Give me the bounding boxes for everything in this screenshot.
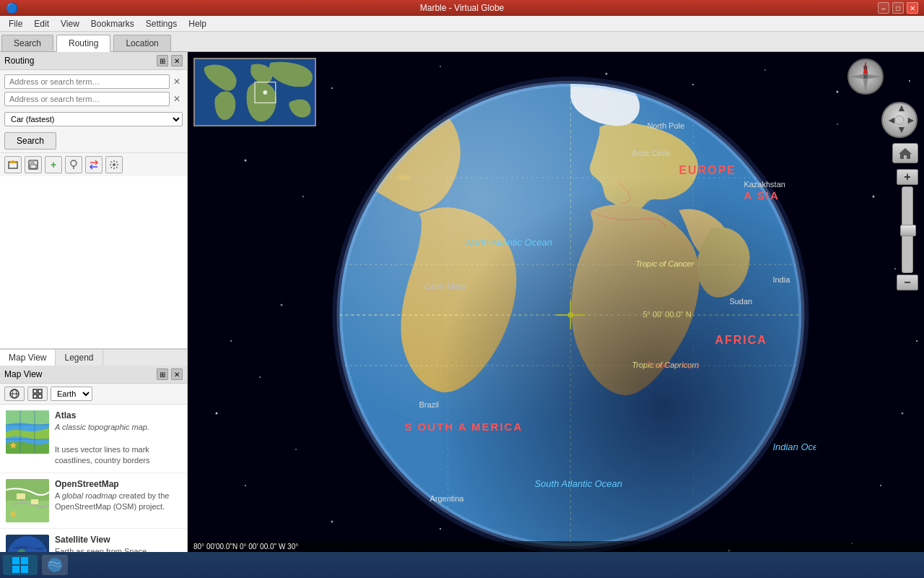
svg-text:Arctic Circle: Arctic Circle (632, 150, 671, 158)
open-route-button[interactable] (4, 156, 22, 173)
svg-rect-13 (38, 394, 42, 398)
svg-point-48 (295, 449, 297, 450)
svg-point-6 (113, 163, 116, 166)
title-bar-left: 🔵 (6, 2, 18, 14)
svg-text:N: N (863, 64, 868, 71)
globe-planet-select[interactable]: Earth Moon Mars (51, 387, 92, 401)
svg-point-52 (837, 124, 838, 125)
zoom-slider-track[interactable] (902, 186, 913, 273)
zoom-slider-thumb[interactable] (900, 225, 916, 236)
map-view-title: Map View (4, 369, 42, 379)
map-view-panel: Map View ⊞ ✕ (0, 366, 187, 578)
map-grid-button[interactable] (27, 387, 48, 401)
save-route-button[interactable] (25, 156, 42, 173)
svg-text:EUROPE: EUROPE (679, 164, 736, 176)
map-view-controls: ⊞ ✕ (157, 368, 183, 380)
tab-search[interactable]: Search (1, 35, 53, 51)
start-button[interactable] (3, 555, 38, 575)
svg-point-57 (880, 485, 881, 486)
atlas-title: Atlas (55, 410, 181, 420)
osm-thumbnail: ★ (6, 479, 49, 522)
tab-legend[interactable]: Legend (56, 350, 103, 366)
svg-text:Tropic of Cancer: Tropic of Cancer (635, 259, 694, 268)
compass-rose: N (847, 58, 884, 95)
minimize-button[interactable]: – (878, 2, 889, 14)
tab-map-view[interactable]: Map View (0, 350, 56, 366)
minimap-svg (195, 59, 315, 125)
svg-rect-2 (30, 160, 35, 164)
transport-select[interactable]: Car (fastest) Car (shortest) Bicycle Wal… (4, 112, 183, 126)
app-icon: 🔵 (6, 2, 18, 14)
settings-route-button[interactable] (105, 156, 123, 173)
compass[interactable]: N (847, 58, 884, 98)
svg-text:Brazil: Brazil (419, 400, 439, 409)
close-button[interactable]: ✕ (907, 2, 918, 14)
panel-undock-button[interactable]: ⊞ (157, 55, 168, 66)
routing-input-1[interactable] (4, 74, 170, 89)
routing-panel: Routing ⊞ ✕ ✕ ✕ Car (fastest) (0, 52, 187, 176)
atlas-star: ★ (9, 439, 18, 451)
svg-point-41 (245, 160, 247, 162)
map-area[interactable]: EUROPE A SIA Kazakhstan India Sudan AFRI… (188, 52, 924, 578)
osm-title: OpenStreetMap (55, 479, 181, 489)
svg-text:A SIA: A SIA (744, 189, 779, 202)
svg-rect-130 (12, 566, 19, 573)
svg-text:5° 00' 00.0" N: 5° 00' 00.0" N (642, 310, 691, 319)
tab-bar: Search Routing Location (0, 32, 924, 52)
map-list-item-atlas[interactable]: ★ Atlas A classic topographic map.It use… (0, 405, 187, 473)
nav-direction-pad[interactable]: ▲ ▼ ◄ ► (881, 101, 918, 141)
svg-point-4 (71, 160, 77, 166)
map-waypoint-button[interactable] (65, 156, 82, 173)
svg-text:Sudan: Sudan (729, 297, 752, 306)
routing-inputs: ✕ ✕ (0, 70, 187, 111)
map-view-close-button[interactable]: ✕ (171, 368, 183, 380)
routing-input-2[interactable] (4, 92, 170, 106)
home-button[interactable] (892, 143, 918, 163)
menu-file[interactable]: File (3, 17, 28, 30)
clear-input-1-button[interactable]: ✕ (171, 76, 183, 87)
routing-toolbar: + (0, 152, 187, 176)
svg-point-45 (230, 340, 232, 342)
menu-bar: File Edit View Bookmarks Settings Help (0, 16, 924, 32)
map-list-item-osm[interactable]: ★ OpenStreetMap A global roadmap created… (0, 473, 187, 529)
reverse-route-button[interactable] (85, 156, 103, 173)
menu-bookmarks[interactable]: Bookmarks (85, 17, 140, 30)
menu-view[interactable]: View (55, 17, 85, 30)
routing-panel-title: Routing (4, 56, 34, 66)
clear-input-2-button[interactable]: ✕ (171, 93, 183, 105)
svg-point-32 (440, 66, 441, 67)
osm-desc: A global roadmap created by the OpenStre… (55, 491, 181, 513)
svg-text:▲: ▲ (897, 102, 907, 113)
routing-search-button[interactable]: Search (4, 132, 56, 150)
zoom-in-button[interactable]: + (897, 169, 918, 185)
svg-text:North Pole: North Pole (647, 121, 684, 130)
tab-location[interactable]: Location (113, 35, 170, 51)
maximize-button[interactable]: □ (892, 2, 904, 14)
svg-text:▼: ▼ (897, 124, 907, 135)
panel-close-button[interactable]: ✕ (171, 55, 183, 66)
tab-routing[interactable]: Routing (56, 35, 110, 52)
app-title: Marble - Virtual Globe (420, 3, 505, 13)
taskbar-marble-icon[interactable] (42, 555, 68, 575)
svg-point-53 (873, 196, 875, 198)
svg-text:Kazakhstan: Kazakhstan (744, 180, 785, 189)
svg-rect-12 (33, 394, 37, 398)
minimap[interactable] (193, 58, 316, 126)
svg-text:Gamabiertriga): Gamabiertriga) (646, 361, 699, 369)
map-layer-button[interactable] (4, 387, 25, 401)
svg-text:Argentina: Argentina (430, 494, 464, 503)
menu-help[interactable]: Help (183, 17, 212, 30)
map-view-undock-button[interactable]: ⊞ (157, 368, 168, 380)
svg-text:North Atlantic Ocean: North Atlantic Ocean (466, 237, 552, 248)
zoom-out-button[interactable]: − (897, 275, 918, 290)
search-btn-row: Search (0, 129, 187, 152)
svg-point-37 (837, 91, 839, 93)
menu-settings[interactable]: Settings (140, 17, 183, 30)
svg-text:Indian Ocean: Indian Ocean (772, 441, 816, 452)
svg-point-39 (909, 80, 910, 82)
menu-edit[interactable]: Edit (28, 17, 55, 30)
sidebar: Routing ⊞ ✕ ✕ ✕ Car (fastest) (0, 52, 188, 578)
add-waypoint-button[interactable]: + (45, 156, 62, 173)
svg-point-127 (895, 116, 904, 124)
globe-container: EUROPE A SIA Kazakhstan India Sudan AFRI… (188, 52, 924, 578)
